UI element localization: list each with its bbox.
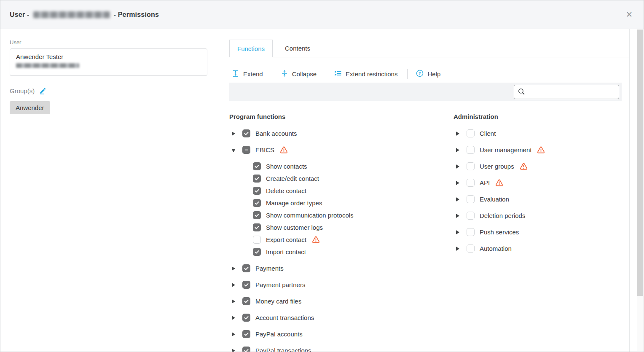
help-label: Help bbox=[427, 70, 440, 78]
tree-item-label: Show contacts bbox=[266, 163, 307, 170]
tree-row[interactable]: Push services bbox=[453, 228, 629, 236]
tree-item-label: Show customer logs bbox=[266, 224, 323, 231]
expander-closed-icon[interactable] bbox=[456, 132, 460, 136]
checkbox[interactable] bbox=[242, 330, 250, 338]
redacted-user-identifier bbox=[33, 11, 110, 18]
search-box bbox=[514, 85, 619, 99]
tree-row[interactable]: API bbox=[453, 178, 629, 187]
expander-closed-icon[interactable] bbox=[456, 214, 460, 218]
warning-icon bbox=[280, 146, 288, 154]
vertical-scrollbar-thumb[interactable] bbox=[637, 30, 643, 296]
tree-row[interactable]: User groups bbox=[453, 162, 629, 171]
tree-row[interactable]: Export contact bbox=[251, 235, 453, 244]
expander-closed-icon[interactable] bbox=[231, 349, 236, 352]
tree-item-label: Create/edit contact bbox=[266, 175, 319, 182]
help-button[interactable]: ? Help bbox=[416, 70, 440, 78]
checkbox[interactable] bbox=[253, 248, 261, 256]
checkbox[interactable] bbox=[467, 245, 475, 253]
checkbox[interactable] bbox=[253, 187, 261, 195]
checkbox[interactable] bbox=[467, 195, 475, 203]
administration-column: Administration ClientUser managementUser… bbox=[453, 113, 629, 352]
tab-functions[interactable]: Functions bbox=[229, 40, 273, 57]
checkbox[interactable] bbox=[242, 281, 250, 289]
vertical-scrollbar-track[interactable] bbox=[637, 30, 643, 351]
checkbox[interactable] bbox=[253, 199, 261, 207]
warning-icon bbox=[312, 236, 320, 244]
tree-row[interactable]: User management bbox=[453, 145, 629, 154]
search-strip bbox=[229, 83, 622, 101]
expander-closed-icon[interactable] bbox=[456, 247, 460, 251]
tree-item-label: Automation bbox=[480, 245, 512, 252]
extend-button[interactable]: Extend bbox=[232, 70, 263, 78]
tree-row[interactable]: PayPal transactions bbox=[229, 346, 453, 352]
dialog-header: User - - Permissions ✕ bbox=[0, 0, 644, 29]
checkbox[interactable] bbox=[242, 297, 250, 305]
tree-row[interactable]: Evaluation bbox=[453, 195, 629, 204]
checkbox[interactable] bbox=[253, 236, 261, 244]
tree-row[interactable]: Payments bbox=[229, 264, 453, 273]
expander-closed-icon[interactable] bbox=[456, 148, 460, 152]
checkbox[interactable] bbox=[467, 228, 475, 236]
expander-closed-icon[interactable] bbox=[231, 316, 236, 320]
tree-row[interactable]: Deletion periods bbox=[453, 211, 629, 220]
tree-row[interactable]: Bank accounts bbox=[229, 129, 453, 138]
checkbox[interactable] bbox=[467, 146, 475, 154]
tree-item-label: Push services bbox=[480, 228, 519, 236]
tab-contents[interactable]: Contents bbox=[273, 40, 322, 57]
expander-closed-icon[interactable] bbox=[231, 299, 236, 304]
tree-row[interactable]: Import contact bbox=[251, 247, 453, 256]
dialog-body: User Anwender Tester Group(s) Anwender F… bbox=[0, 29, 644, 352]
program-functions-header: Program functions bbox=[229, 113, 453, 120]
checkbox[interactable] bbox=[242, 146, 250, 154]
help-icon: ? bbox=[416, 70, 424, 78]
checkbox[interactable] bbox=[253, 211, 261, 219]
user-name: Anwender Tester bbox=[16, 53, 201, 60]
tree-row[interactable]: Automation bbox=[453, 244, 629, 253]
tree-row[interactable]: EBICS bbox=[229, 145, 453, 154]
collapse-button[interactable]: Collapse bbox=[281, 70, 317, 78]
tree-row[interactable]: Delete contact bbox=[251, 186, 453, 195]
checkbox[interactable] bbox=[253, 162, 261, 170]
checkbox[interactable] bbox=[467, 129, 475, 137]
expander-closed-icon[interactable] bbox=[231, 332, 236, 336]
collapse-icon bbox=[281, 70, 288, 78]
close-icon[interactable]: ✕ bbox=[626, 11, 633, 19]
dialog-title-prefix: User - bbox=[10, 11, 30, 19]
tree-row[interactable]: Show customer logs bbox=[251, 223, 453, 232]
checkbox[interactable] bbox=[467, 212, 475, 220]
search-input[interactable] bbox=[514, 85, 619, 99]
tree-row[interactable]: Money card files bbox=[229, 297, 453, 306]
edit-groups-pencil-icon[interactable] bbox=[39, 87, 47, 95]
expander-closed-icon[interactable] bbox=[456, 164, 460, 169]
tree-row[interactable]: Show contacts bbox=[251, 162, 453, 171]
tree-item-label: PayPal transactions bbox=[255, 347, 311, 352]
expander-closed-icon[interactable] bbox=[456, 181, 460, 185]
tree-row[interactable]: PayPal accounts bbox=[229, 330, 453, 339]
group-chip-anwender[interactable]: Anwender bbox=[10, 101, 50, 114]
expander-open-icon[interactable] bbox=[231, 148, 236, 152]
tree-row[interactable]: Manage order types bbox=[251, 199, 453, 207]
expander-closed-icon[interactable] bbox=[231, 283, 236, 287]
checkbox[interactable] bbox=[242, 129, 250, 137]
tree-row[interactable]: Show communication protocols bbox=[251, 211, 453, 220]
checkbox[interactable] bbox=[242, 347, 250, 352]
expander-closed-icon[interactable] bbox=[456, 230, 460, 234]
tree-row[interactable]: Create/edit contact bbox=[251, 174, 453, 183]
checkbox[interactable] bbox=[467, 179, 475, 187]
extend-restrictions-label: Extend restrictions bbox=[346, 70, 397, 78]
checkbox[interactable] bbox=[253, 175, 261, 183]
extend-restrictions-button[interactable]: Extend restrictions bbox=[334, 70, 397, 78]
checkbox[interactable] bbox=[242, 264, 250, 272]
checkbox[interactable] bbox=[467, 162, 475, 170]
expander-closed-icon[interactable] bbox=[231, 266, 236, 271]
tree-row[interactable]: Client bbox=[453, 129, 629, 138]
tree-item-label: API bbox=[480, 179, 490, 186]
tree-row[interactable]: Payment partners bbox=[229, 280, 453, 289]
administration-tree: ClientUser managementUser groupsAPIEvalu… bbox=[453, 129, 629, 253]
checkbox[interactable] bbox=[253, 223, 261, 231]
expander-closed-icon[interactable] bbox=[456, 197, 460, 202]
checkbox[interactable] bbox=[242, 314, 250, 322]
expander-closed-icon[interactable] bbox=[231, 132, 236, 136]
tree-row[interactable]: Account transactions bbox=[229, 313, 453, 322]
tree-item-label: Export contact bbox=[266, 236, 306, 243]
